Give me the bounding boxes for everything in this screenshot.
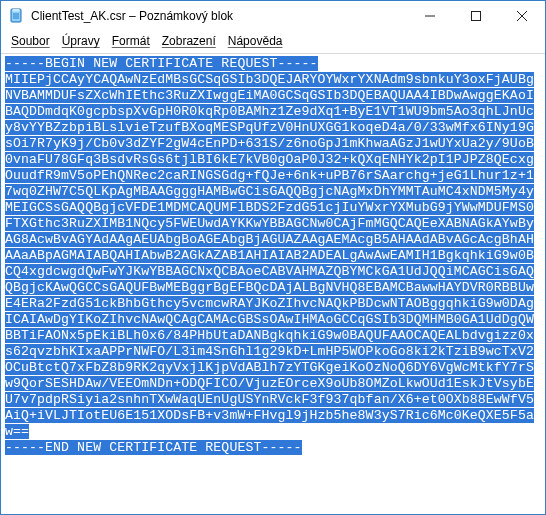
text-content[interactable]: -----BEGIN NEW CERTIFICATE REQUEST----- …: [3, 56, 543, 512]
menu-view[interactable]: Zobrazení: [156, 33, 222, 49]
svg-rect-6: [472, 12, 481, 21]
maximize-button[interactable]: [453, 1, 499, 31]
minimize-icon: [425, 11, 435, 21]
maximize-icon: [471, 11, 481, 21]
notepad-window: ClientTest_AK.csr – Poznámkový blok Soub…: [0, 0, 546, 515]
close-icon: [517, 11, 527, 21]
svg-rect-1: [13, 9, 20, 12]
editor-area: -----BEGIN NEW CERTIFICATE REQUEST----- …: [1, 53, 545, 514]
window-title: ClientTest_AK.csr – Poznámkový blok: [31, 9, 233, 23]
close-button[interactable]: [499, 1, 545, 31]
minimize-button[interactable]: [407, 1, 453, 31]
menu-format[interactable]: Formát: [106, 33, 156, 49]
menu-help[interactable]: Nápověda: [222, 33, 289, 49]
menubar: Soubor Úpravy Formát Zobrazení Nápověda: [1, 31, 545, 53]
menu-edit[interactable]: Úpravy: [56, 33, 106, 49]
titlebar[interactable]: ClientTest_AK.csr – Poznámkový blok: [1, 1, 545, 31]
menu-file[interactable]: Soubor: [5, 33, 56, 49]
notepad-icon: [9, 8, 25, 24]
